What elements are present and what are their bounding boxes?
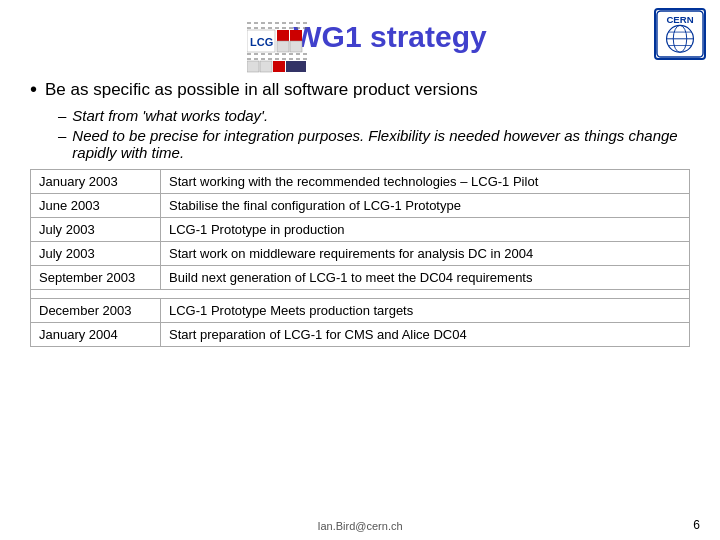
sub-bullets: – Start from 'what works today'. – Need … (58, 107, 690, 161)
sub-bullet-1-text: Start from 'what works today'. (72, 107, 268, 124)
sub-bullet-2-text: Need to be precise for integration purpo… (72, 127, 690, 161)
table-date: January 2004 (31, 323, 161, 347)
main-bullet: • Be as specific as possible in all soft… (30, 80, 690, 101)
table-description: Start work on middleware requirements fo… (161, 242, 690, 266)
table-row: December 2003LCG-1 Prototype Meets produ… (31, 299, 690, 323)
svg-rect-10 (247, 61, 259, 72)
footer: Ian.Bird@cern.ch (0, 520, 720, 532)
table-description: Build next generation of LCG-1 to meet t… (161, 266, 690, 290)
svg-rect-5 (290, 30, 302, 41)
main-bullet-text: Be as specific as possible in all softwa… (45, 80, 478, 100)
table-row: June 2003Stabilise the final configurati… (31, 194, 690, 218)
table-date: June 2003 (31, 194, 161, 218)
cern-logo: CERN (654, 8, 706, 60)
svg-rect-12 (273, 61, 285, 72)
table-description: Stabilise the final configuration of LCG… (161, 194, 690, 218)
table-description: LCG-1 Prototype Meets production targets (161, 299, 690, 323)
table-date: January 2003 (31, 170, 161, 194)
main-content: • Be as specific as possible in all soft… (0, 70, 720, 347)
table-date: September 2003 (31, 266, 161, 290)
table-row: July 2003Start work on middleware requir… (31, 242, 690, 266)
svg-rect-4 (277, 30, 289, 41)
svg-rect-7 (290, 41, 302, 52)
table-gap-row (31, 290, 690, 299)
svg-rect-6 (277, 41, 289, 52)
footer-email: Ian.Bird@cern.ch (317, 520, 402, 532)
table-row: September 2003Build next generation of L… (31, 266, 690, 290)
table-description: Start preparation of LCG-1 for CMS and A… (161, 323, 690, 347)
table-date: July 2003 (31, 242, 161, 266)
slide: LCG WG1 strategy CERN (0, 0, 720, 540)
lcg-logo: LCG (247, 21, 307, 73)
footer-page: 6 (693, 518, 700, 532)
table-description: Start working with the recommended techn… (161, 170, 690, 194)
header: LCG WG1 strategy CERN (0, 0, 720, 70)
table-description: LCG-1 Prototype in production (161, 218, 690, 242)
sub-bullet-2: – Need to be precise for integration pur… (58, 127, 690, 161)
table-row: January 2003Start working with the recom… (31, 170, 690, 194)
slide-title: WG1 strategy (293, 20, 486, 54)
svg-rect-13 (286, 61, 306, 72)
svg-text:CERN: CERN (666, 14, 693, 25)
table-row: July 2003LCG-1 Prototype in production (31, 218, 690, 242)
table-row: January 2004Start preparation of LCG-1 f… (31, 323, 690, 347)
svg-text:LCG: LCG (250, 36, 273, 48)
sub-bullet-1: – Start from 'what works today'. (58, 107, 690, 124)
bullet-icon: • (30, 78, 37, 101)
timeline-table: January 2003Start working with the recom… (30, 169, 690, 347)
svg-rect-11 (260, 61, 272, 72)
table-date: December 2003 (31, 299, 161, 323)
table-date: July 2003 (31, 218, 161, 242)
